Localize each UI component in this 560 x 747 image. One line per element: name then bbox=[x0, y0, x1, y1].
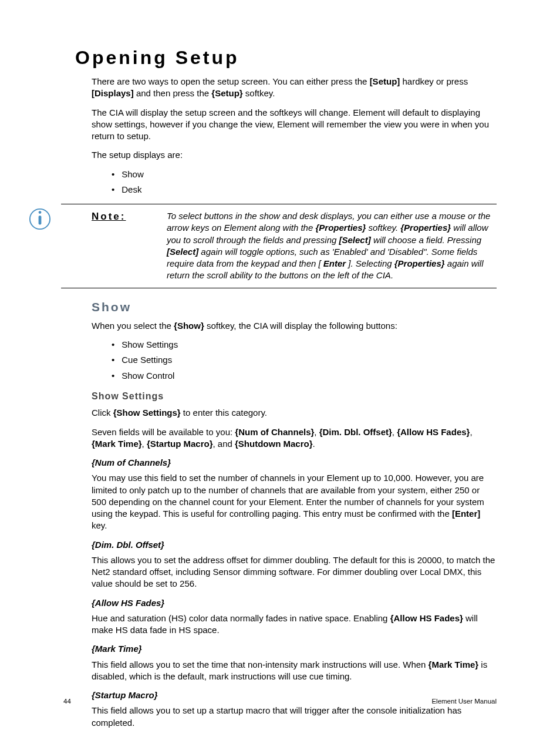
text: When you select the bbox=[92, 321, 174, 331]
hardkey-enter: [Enter] bbox=[452, 509, 480, 519]
text: Seven fields will be available to you: bbox=[92, 427, 235, 437]
svg-rect-2 bbox=[39, 216, 42, 224]
num-channels-text: You may use this field to set the number… bbox=[92, 472, 497, 531]
field-shutdown-macro: {Shutdown Macro} bbox=[235, 439, 313, 449]
startup-macro-text: This field allows you to set up a startu… bbox=[92, 705, 497, 729]
field-dim-dbl-offset: {Dim. Dbl. Offset} bbox=[319, 427, 392, 437]
text: and then press the bbox=[136, 88, 211, 98]
field-heading-mark-time: {Mark Time} bbox=[92, 643, 497, 655]
note-label: Note: bbox=[92, 210, 150, 282]
manual-title: Element User Manual bbox=[431, 698, 497, 705]
hardkey-enter: Enter bbox=[323, 258, 346, 268]
show-buttons-list: Show Settings Cue Settings Show Control bbox=[92, 339, 497, 382]
text: Hue and saturation (HS) color data norma… bbox=[92, 613, 390, 623]
text: ]. Selecting bbox=[348, 258, 394, 268]
text: , bbox=[392, 427, 397, 437]
hardkey-select: [Select] bbox=[339, 235, 371, 245]
softkey-show-settings: {Show Settings} bbox=[113, 408, 181, 418]
field-heading-allow-hs-fades: {Allow HS Fades} bbox=[92, 597, 497, 609]
softkey-properties: {Properties} bbox=[394, 258, 445, 268]
softkey-properties: {Properties} bbox=[315, 223, 366, 233]
field-startup-macro: {Startup Macro} bbox=[147, 439, 213, 449]
text: , and bbox=[212, 439, 235, 449]
mark-time-text: This field allows you to set the time th… bbox=[92, 659, 497, 683]
softkey-mark-time: {Mark Time} bbox=[429, 659, 479, 669]
list-item: Show bbox=[112, 169, 497, 180]
field-heading-num-channels: {Num of Channels} bbox=[92, 457, 497, 469]
softkey-setup: {Setup} bbox=[211, 88, 242, 98]
text: will choose a field. Pressing bbox=[373, 235, 481, 245]
note-block: Note: To select buttons in the show and … bbox=[61, 204, 497, 288]
list-item: Show Settings bbox=[112, 339, 497, 351]
text: This field allows you to set the time th… bbox=[92, 659, 429, 669]
svg-point-1 bbox=[39, 211, 42, 214]
text: Click bbox=[92, 408, 113, 418]
text: hardkey or press bbox=[402, 76, 468, 86]
hardkey-setup: [Setup] bbox=[370, 76, 400, 86]
text: , bbox=[314, 427, 319, 437]
show-intro: When you select the {Show} softkey, the … bbox=[92, 320, 497, 332]
page-footer: 44 Element User Manual bbox=[63, 698, 497, 705]
field-heading-dim-dbl-offset: {Dim. Dbl. Offset} bbox=[92, 539, 497, 551]
section-show-heading: Show bbox=[92, 299, 497, 315]
list-item: Desk bbox=[112, 184, 497, 196]
hardkey-select: [Select] bbox=[167, 247, 198, 257]
info-icon bbox=[29, 208, 51, 230]
intro-paragraph-1: There are two ways to open the setup scr… bbox=[92, 76, 497, 100]
field-allow-hs-fades: {Allow HS Fades} bbox=[397, 427, 470, 437]
text: , bbox=[470, 427, 472, 437]
text: softkey, the CIA will display the follow… bbox=[207, 321, 397, 331]
intro-paragraph-2: The CIA will display the setup screen an… bbox=[92, 107, 497, 143]
field-mark-time: {Mark Time} bbox=[92, 439, 142, 449]
hardkey-displays: [Displays] bbox=[92, 88, 134, 98]
intro-paragraph-3: The setup displays are: bbox=[92, 149, 497, 161]
softkey-properties: {Properties} bbox=[400, 223, 451, 233]
softkey-show: {Show} bbox=[174, 321, 204, 331]
text: to enter this category. bbox=[183, 408, 267, 418]
text: softkey. bbox=[369, 223, 401, 233]
field-num-channels: {Num of Channels} bbox=[235, 427, 314, 437]
allow-hs-fades-text: Hue and saturation (HS) color data norma… bbox=[92, 613, 497, 637]
text: key. bbox=[92, 520, 107, 530]
page-number: 44 bbox=[63, 698, 71, 705]
setup-displays-list: Show Desk bbox=[92, 169, 497, 196]
show-settings-click: Click {Show Settings} to enter this cate… bbox=[92, 407, 497, 419]
show-settings-fields: Seven fields will be available to you: {… bbox=[92, 426, 497, 450]
list-item: Cue Settings bbox=[112, 354, 497, 366]
text: . bbox=[313, 439, 315, 449]
text: There are two ways to open the setup scr… bbox=[92, 76, 370, 86]
dim-dbl-offset-text: This allows you to set the address offse… bbox=[92, 554, 497, 590]
subsection-show-settings-heading: Show Settings bbox=[92, 390, 497, 403]
softkey-allow-hs-fades: {Allow HS Fades} bbox=[390, 613, 463, 623]
text: softkey. bbox=[245, 88, 275, 98]
page-title: Opening Setup bbox=[75, 47, 497, 69]
text: , bbox=[142, 439, 147, 449]
text: You may use this field to set the number… bbox=[92, 473, 484, 519]
list-item: Show Control bbox=[112, 370, 497, 382]
note-text: To select buttons in the show and desk d… bbox=[167, 210, 497, 282]
